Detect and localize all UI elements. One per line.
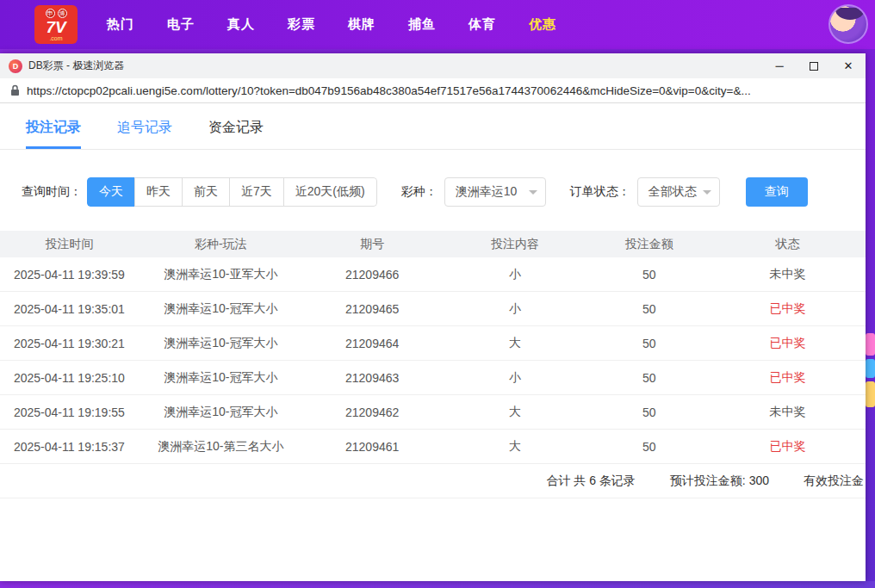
- nav-item-sports[interactable]: 体育: [469, 16, 496, 33]
- bet-time-cell: 2025-04-11 19:35:01: [0, 302, 139, 316]
- game-play-cell: 澳洲幸运10-第三名大小: [139, 439, 303, 455]
- order-status-select[interactable]: 全部状态: [637, 177, 720, 207]
- table-row[interactable]: 2025-04-11 19:25:10 澳洲幸运10-冠军大小 21209463…: [0, 361, 866, 395]
- logo-brand-circles: 申 博: [46, 9, 67, 18]
- table-row[interactable]: 2025-04-11 19:39:59 澳洲幸运10-亚军大小 21209466…: [0, 257, 866, 292]
- status-cell: 已中奖: [710, 301, 866, 317]
- summary-valid-amount: 有效投注金: [804, 473, 864, 489]
- close-button[interactable]: ✕: [831, 53, 866, 78]
- nav-item-electronic[interactable]: 电子: [167, 16, 195, 33]
- bet-content-cell: 大: [442, 439, 589, 455]
- bet-amount-cell: 50: [588, 337, 710, 350]
- tab-bet-records[interactable]: 投注记录: [26, 108, 81, 149]
- table-row[interactable]: 2025-04-11 19:30:21 澳洲幸运10-冠军大小 21209464…: [0, 326, 866, 361]
- window-controls: ─ ✕: [762, 53, 866, 78]
- bet-content-cell: 小: [442, 370, 589, 386]
- background-decor: [866, 381, 875, 407]
- nav-item-live[interactable]: 真人: [227, 16, 255, 33]
- bet-amount-cell: 50: [588, 371, 710, 385]
- status-cell: 已中奖: [710, 370, 866, 386]
- time-option-today[interactable]: 今天: [87, 177, 135, 207]
- nav-items: 热门 电子 真人 彩票 棋牌 捕鱼 体育 优惠: [107, 16, 556, 33]
- logo-circle-left: 申: [46, 9, 55, 18]
- url-bar[interactable]: https://ctopcp02pcali.uengi5e.com/lotter…: [0, 78, 866, 103]
- issue-cell: 21209466: [303, 268, 442, 282]
- chevron-down-icon: [529, 190, 537, 195]
- nav-item-promotions[interactable]: 优惠: [529, 16, 556, 33]
- bet-time-cell: 2025-04-11 19:39:59: [0, 268, 139, 282]
- issue-cell: 21209461: [303, 440, 442, 454]
- status-cell: 未中奖: [710, 267, 866, 282]
- minimize-button[interactable]: ─: [762, 53, 797, 78]
- table-row[interactable]: 2025-04-11 19:19:55 澳洲幸运10-冠军大小 21209462…: [0, 395, 866, 430]
- avatar[interactable]: [828, 4, 868, 44]
- order-status-value: 全部状态: [648, 184, 697, 200]
- browser-title-bar: D DB彩票 - 极速浏览器 ─ ✕: [0, 53, 866, 78]
- bet-amount-cell: 50: [588, 302, 710, 316]
- time-option-daybefore[interactable]: 前天: [182, 177, 230, 207]
- issue-cell: 21209462: [303, 405, 442, 419]
- logo-main-text: 7V: [46, 19, 65, 35]
- background-right-strip: [866, 49, 875, 588]
- table-summary-row: 合计 共 6 条记录 预计投注金额: 300 有效投注金: [0, 464, 866, 498]
- maximize-button[interactable]: [797, 53, 831, 78]
- nav-item-fishing[interactable]: 捕鱼: [408, 16, 436, 33]
- bet-amount-cell: 50: [588, 405, 710, 419]
- game-play-cell: 澳洲幸运10-冠军大小: [139, 301, 303, 317]
- background-decor: [866, 333, 875, 356]
- url-text[interactable]: https://ctopcp02pcali.uengi5e.com/lotter…: [27, 84, 751, 97]
- site-nav: 申 博 7V .com 热门 电子 真人 彩票 棋牌 捕鱼 体育 优惠: [0, 0, 875, 49]
- game-play-cell: 澳洲幸运10-冠军大小: [139, 370, 303, 386]
- issue-cell: 21209465: [303, 302, 442, 316]
- nav-item-hot[interactable]: 热门: [107, 16, 134, 33]
- time-filter-label: 查询时间：: [22, 184, 82, 200]
- table-row[interactable]: 2025-04-11 19:15:37 澳洲幸运10-第三名大小 2120946…: [0, 430, 866, 464]
- lottery-filter-label: 彩种：: [401, 184, 438, 200]
- time-option-20days[interactable]: 近20天(低频): [283, 177, 377, 207]
- logo-sub-text: .com: [49, 35, 62, 41]
- game-play-cell: 澳洲幸运10-冠军大小: [139, 405, 303, 420]
- page-content: 投注记录 追号记录 资金记录 查询时间： 今天 昨天 前天 近7天 近20天(低…: [0, 103, 866, 581]
- bet-time-cell: 2025-04-11 19:15:37: [0, 440, 139, 454]
- status-filter-label: 订单状态：: [570, 184, 630, 200]
- filter-bar: 查询时间： 今天 昨天 前天 近7天 近20天(低频) 彩种： 澳洲幸运10 订…: [0, 177, 866, 207]
- background-decor: [866, 359, 875, 378]
- browser-window: D DB彩票 - 极速浏览器 ─ ✕ https://ctopcp02pcali…: [0, 53, 866, 581]
- bet-amount-cell: 50: [588, 440, 710, 454]
- issue-cell: 21209464: [303, 337, 442, 350]
- search-button[interactable]: 查询: [746, 177, 808, 207]
- bet-time-cell: 2025-04-11 19:19:55: [0, 405, 139, 419]
- bet-content-cell: 小: [442, 267, 589, 282]
- time-option-7days[interactable]: 近7天: [229, 177, 284, 207]
- tab-chase-records[interactable]: 追号记录: [117, 108, 172, 149]
- chevron-down-icon: [703, 190, 711, 195]
- bet-time-cell: 2025-04-11 19:25:10: [0, 371, 139, 385]
- bet-amount-cell: 50: [588, 268, 710, 282]
- time-option-yesterday[interactable]: 昨天: [134, 177, 183, 207]
- issue-cell: 21209463: [303, 371, 442, 385]
- time-filter-group: 今天 昨天 前天 近7天 近20天(低频): [87, 177, 377, 207]
- header-bet-amount: 投注金额: [588, 237, 710, 252]
- tab-fund-records[interactable]: 资金记录: [208, 108, 264, 149]
- maximize-icon: [810, 62, 818, 71]
- browser-app-icon: D: [9, 59, 22, 73]
- nav-item-boardgames[interactable]: 棋牌: [348, 16, 375, 33]
- summary-expected-amount: 预计投注金额: 300: [670, 473, 769, 489]
- window-title: DB彩票 - 极速浏览器: [28, 59, 124, 73]
- site-logo[interactable]: 申 博 7V .com: [34, 5, 78, 44]
- nav-item-lottery[interactable]: 彩票: [288, 16, 315, 33]
- bet-records-table: 投注时间 彩种-玩法 期号 投注内容 投注金额 状态 2025-04-11 19…: [0, 231, 866, 498]
- table-row[interactable]: 2025-04-11 19:35:01 澳洲幸运10-冠军大小 21209465…: [0, 292, 866, 326]
- game-play-cell: 澳洲幸运10-冠军大小: [139, 336, 303, 351]
- bet-content-cell: 小: [442, 301, 589, 317]
- header-issue: 期号: [303, 237, 442, 252]
- status-cell: 已中奖: [710, 336, 866, 351]
- header-bet-content: 投注内容: [442, 237, 589, 252]
- logo-circle-right: 博: [58, 9, 67, 18]
- bet-time-cell: 2025-04-11 19:30:21: [0, 337, 139, 350]
- lottery-select-value: 澳洲幸运10: [456, 184, 518, 200]
- bet-content-cell: 大: [442, 405, 589, 420]
- lottery-select[interactable]: 澳洲幸运10: [444, 177, 546, 207]
- header-status: 状态: [710, 237, 866, 252]
- status-cell: 已中奖: [710, 439, 866, 455]
